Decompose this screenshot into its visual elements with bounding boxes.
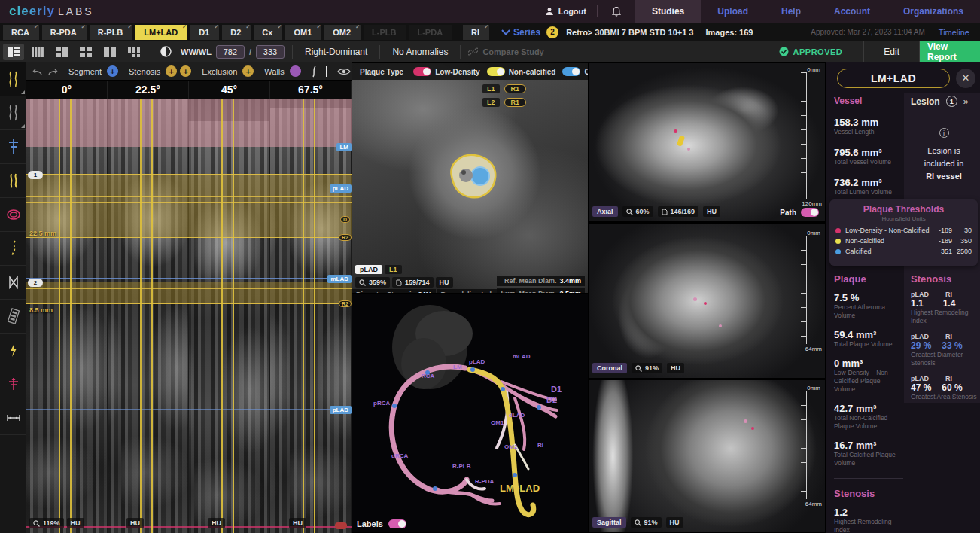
labels-toggle[interactable] <box>388 519 406 528</box>
segment-tag-r2[interactable]: R2 <box>339 234 352 241</box>
notifications-button[interactable] <box>598 0 635 23</box>
vessel-tab-r-pda[interactable]: R-PDA✓ <box>42 25 87 40</box>
axial-zoom-indicator[interactable]: 60% <box>622 206 653 217</box>
angle-cell-3[interactable]: 67.5° <box>270 81 352 99</box>
line-tool-button[interactable] <box>325 65 328 78</box>
window-level-icon[interactable] <box>155 44 176 60</box>
segment-tag-d[interactable]: D <box>340 216 350 223</box>
vessel-tab-ri[interactable]: RI✓ <box>463 25 489 40</box>
cmpr-view-0deg[interactable] <box>26 99 107 533</box>
timeline-link[interactable]: Timeline <box>939 28 969 37</box>
angle-cell-1[interactable]: 22.5° <box>108 81 189 99</box>
lesion-l2-button[interactable]: L2 <box>482 98 500 107</box>
hu-indicator[interactable]: HU <box>208 518 225 528</box>
visibility-toggle-icon[interactable] <box>337 67 351 76</box>
vessel-tab-rca[interactable]: RCA✓ <box>3 25 39 40</box>
cmpr-zoom-indicator[interactable]: 119% <box>29 518 64 528</box>
vessel-label[interactable]: R-PLB <box>452 463 470 470</box>
vessel-tab-om2[interactable]: OM2✓ <box>324 25 361 40</box>
vessel-label[interactable]: R-PDA <box>475 478 494 485</box>
sagittal-view[interactable]: 0mm 64mm Sagittal 91% HU <box>589 379 826 533</box>
nav-item-organizations[interactable]: Organizations <box>887 0 980 23</box>
add-exclusion-button[interactable]: + <box>242 65 254 77</box>
edit-button[interactable]: Edit <box>863 41 920 62</box>
redo-button[interactable] <box>47 67 58 76</box>
hu-indicator[interactable]: HU <box>703 206 720 217</box>
vessel-tab-r-plb[interactable]: R-PLB✓ <box>90 25 133 40</box>
vessel-walls-alt-tool-button[interactable] <box>0 96 26 130</box>
series-dropdown[interactable]: Series <box>513 27 540 38</box>
hu-indicator[interactable]: HU <box>666 517 683 528</box>
vessel-label[interactable]: pRCA <box>373 400 390 407</box>
frame-indicator[interactable]: 159/714 <box>392 277 434 288</box>
vessel-tab-cx[interactable]: Cx✓ <box>254 25 282 40</box>
dashed-curve-tool-button[interactable] <box>0 232 26 266</box>
path-toggle[interactable] <box>801 208 819 217</box>
3d-vessel-tree-view[interactable]: pRCA RCA dRCA R-PLB R-PDA LM pLAD mLAD D… <box>352 294 589 533</box>
segment-tag-r2b[interactable]: R2 <box>339 300 352 307</box>
vessel-label[interactable]: D1 <box>551 385 562 394</box>
cmpr-view-45deg[interactable] <box>189 99 269 533</box>
layout-mosaic-button[interactable] <box>123 44 145 60</box>
film-strip-tool-button[interactable] <box>0 300 26 334</box>
wall-line[interactable] <box>221 99 223 533</box>
lesion2-marker[interactable]: 2 <box>28 279 43 287</box>
stenosis-marker-tool-button[interactable] <box>0 266 26 300</box>
coronal-zoom-indicator[interactable]: 91% <box>632 363 662 373</box>
close-panel-button[interactable]: ✕ <box>956 69 975 88</box>
segment-tag-plad[interactable]: pLAD <box>330 184 352 193</box>
vessel-label[interactable]: RCA <box>422 373 434 379</box>
window-level-input[interactable] <box>256 45 285 59</box>
xsec-zoom-indicator[interactable]: 359% <box>355 277 390 288</box>
view-report-button[interactable]: View Report <box>920 41 980 62</box>
nav-item-help[interactable]: Help <box>765 0 817 23</box>
vessel-label[interactable]: dLAD <box>509 412 525 419</box>
logout-button[interactable]: Logout <box>534 7 597 16</box>
vessel-label[interactable]: LM <box>453 364 462 370</box>
layout-one-plus-list-button[interactable] <box>3 44 24 60</box>
nav-item-studies[interactable]: Studies <box>635 0 701 23</box>
lesion-l1-button[interactable]: L1 <box>482 84 500 93</box>
measure-distance-tool-button[interactable] <box>0 401 26 435</box>
wall-line[interactable] <box>70 99 72 533</box>
vessel-walls-tool-button[interactable] <box>0 62 26 96</box>
cmpr-view-67deg[interactable] <box>270 99 351 533</box>
wall-line[interactable] <box>151 99 153 533</box>
lumen-contour[interactable] <box>441 148 504 205</box>
segment-tag-plad2[interactable]: pLAD <box>330 406 352 414</box>
vessel-label[interactable]: mLAD <box>513 353 531 360</box>
layout-grid-button[interactable] <box>75 44 96 60</box>
window-width-input[interactable] <box>216 45 245 59</box>
sagittal-zoom-indicator[interactable]: 91% <box>631 517 662 528</box>
nav-item-account[interactable]: Account <box>817 0 887 23</box>
segment-tag-mlad[interactable]: mLAD <box>327 275 352 283</box>
vessel-label[interactable]: dRCA <box>391 452 408 459</box>
wall-line[interactable] <box>233 99 234 533</box>
wall-line[interactable] <box>59 99 60 533</box>
lesion-l1-r1-button[interactable]: R1 <box>504 84 527 93</box>
vessel-tab-om1[interactable]: OM1✓ <box>285 25 321 40</box>
hu-indicator[interactable]: HU <box>289 518 306 528</box>
vessel-tab-lm-lad[interactable]: LM+LAD✓ <box>135 25 187 40</box>
layout-split-button[interactable] <box>51 44 72 60</box>
coronal-view[interactable]: 0mm 64mm Coronal 91% HU <box>589 223 826 379</box>
hu-indicator[interactable]: HU <box>126 518 144 528</box>
vessel-tab-d2[interactable]: D2✓ <box>222 25 251 40</box>
nav-item-upload[interactable]: Upload <box>701 0 765 23</box>
lesion-l2-r1-button[interactable]: R1 <box>504 98 527 107</box>
add-stenosis-alt-button[interactable]: + <box>180 65 191 77</box>
hu-indicator[interactable]: HU <box>67 518 84 528</box>
cmpr-multiview[interactable]: 1 2 22.5 mm 8.5 mm LM pLAD D R2 mLAD R2 … <box>26 99 352 533</box>
lumen-wall-tool-button[interactable] <box>0 164 26 198</box>
active-lesion-tag[interactable]: L1 <box>385 265 402 274</box>
wall-line[interactable] <box>303 99 304 533</box>
vessel-label[interactable]: OM2 <box>504 443 517 450</box>
layout-columns-button[interactable] <box>27 44 48 60</box>
hu-indicator[interactable]: HU <box>436 277 453 288</box>
angle-cell-0[interactable]: 0° <box>26 81 108 99</box>
wall-line[interactable] <box>140 99 142 533</box>
calcified-toggle[interactable] <box>562 67 580 76</box>
centerline-tool-button[interactable] <box>0 130 26 164</box>
axial-frame-indicator[interactable]: 146/169 <box>658 206 699 217</box>
cross-section-view[interactable]: Plaque Type Low-Density Non-calcified Ca… <box>352 62 589 294</box>
